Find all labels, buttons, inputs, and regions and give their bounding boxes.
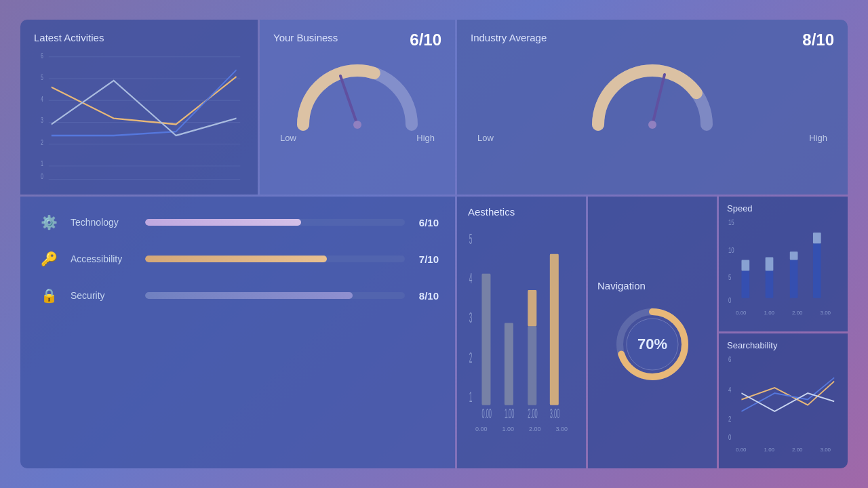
industry-gauge <box>585 50 720 131</box>
high-label: High <box>416 133 435 143</box>
accessibility-bar <box>145 256 327 262</box>
svg-text:1: 1 <box>469 388 473 405</box>
svg-point-1 <box>353 121 361 129</box>
svg-text:2.00: 2.00 <box>528 407 537 421</box>
industry-average-title: Industry Average <box>471 32 834 43</box>
bottom-right-panels: Aesthetics 5 4 3 2 1 0.00 1.00 2.00 3.00 <box>457 197 848 468</box>
security-row: 🔒 Security 8/10 <box>37 283 439 308</box>
svg-text:15: 15 <box>728 218 734 227</box>
svg-text:0.00: 0.00 <box>481 407 491 421</box>
security-bar <box>145 292 353 299</box>
svg-text:3: 3 <box>469 310 473 327</box>
svg-point-3 <box>648 121 656 129</box>
categories-panel: ⚙️ Technology 6/10 🔑 Accessibility 7/10 … <box>20 197 455 468</box>
svg-rect-47 <box>790 260 798 298</box>
searchability-panel: Searchability 6 4 2 0 <box>719 333 848 468</box>
svg-rect-49 <box>813 243 821 298</box>
svg-text:10: 10 <box>728 245 734 254</box>
svg-rect-43 <box>741 271 749 298</box>
navigation-donut: 70% <box>612 304 693 385</box>
speed-title: Speed <box>727 203 840 214</box>
svg-text:0: 0 <box>41 173 43 181</box>
svg-rect-45 <box>766 271 774 298</box>
your-business-labels: Low High <box>273 133 441 143</box>
svg-rect-44 <box>741 260 749 270</box>
svg-text:0: 0 <box>728 432 731 441</box>
speed-x0: 0.00 <box>736 310 747 316</box>
technology-bar <box>145 219 301 226</box>
svg-rect-48 <box>790 251 798 260</box>
security-score: 8/10 <box>412 290 439 302</box>
industry-average-labels: Low High <box>471 133 834 143</box>
navigation-pct: 70% <box>637 336 667 353</box>
accessibility-row: 🔑 Accessibility 7/10 <box>37 247 439 271</box>
svg-rect-32 <box>505 323 513 405</box>
searchability-chart: 6 4 2 0 <box>727 353 840 444</box>
svg-rect-34 <box>528 290 536 326</box>
svg-line-2 <box>652 75 665 125</box>
svg-text:4: 4 <box>728 385 731 394</box>
industry-average-panel: Industry Average 8/10 Low High <box>457 20 848 195</box>
svg-text:3: 3 <box>41 117 43 125</box>
latest-activities-chart: 6 5 4 3 2 1 0 2017-01-01 2017-01-11 2017… <box>34 50 244 182</box>
svg-text:1.00: 1.00 <box>505 407 514 421</box>
svg-text:2: 2 <box>41 138 43 146</box>
latest-activities-title: Latest Activities <box>34 32 244 43</box>
search-x3: 3.00 <box>820 447 831 453</box>
searchability-title: Searchability <box>727 340 840 350</box>
aesthetics-title: Aesthetics <box>468 206 575 218</box>
latest-activities-panel: Latest Activities 6 5 4 3 2 1 0 2017-01-… <box>20 20 258 195</box>
low-label: Low <box>280 133 296 143</box>
speed-x2: 2.00 <box>792 310 803 316</box>
technology-name: Technology <box>71 217 145 228</box>
speed-chart: 15 10 5 0 <box>727 216 840 307</box>
navigation-panel: Navigation 70% <box>588 197 717 468</box>
security-icon: 🔒 <box>37 283 61 308</box>
aesthetics-chart: 5 4 3 2 1 0.00 1.00 2.00 3.00 <box>468 224 575 422</box>
accessibility-icon: 🔑 <box>37 247 61 271</box>
aesthetics-x0: 0.00 <box>475 426 488 432</box>
search-x1: 1.00 <box>764 447 774 453</box>
svg-text:0: 0 <box>728 296 731 304</box>
svg-text:6: 6 <box>41 52 43 60</box>
speed-searchability-column: Speed 15 10 5 0 <box>719 197 848 468</box>
svg-text:5: 5 <box>469 230 473 247</box>
aesthetics-x1: 1.00 <box>502 426 514 432</box>
security-bar-container <box>145 292 405 299</box>
svg-text:5: 5 <box>728 273 731 282</box>
your-business-score: 6/10 <box>410 30 441 49</box>
svg-text:6: 6 <box>728 355 731 364</box>
accessibility-name: Accessibility <box>71 253 145 264</box>
svg-text:3.00: 3.00 <box>550 407 559 421</box>
svg-rect-35 <box>550 254 559 405</box>
search-x2: 2.00 <box>792 447 803 453</box>
industry-low-label: Low <box>477 133 494 143</box>
your-business-panel: Your Business 6/10 Low High <box>260 20 455 195</box>
svg-text:4: 4 <box>469 270 473 287</box>
svg-text:5: 5 <box>41 73 43 81</box>
technology-row: ⚙️ Technology 6/10 <box>37 210 439 235</box>
search-x0: 0.00 <box>736 447 747 453</box>
navigation-title: Navigation <box>597 280 646 291</box>
industry-average-score: 8/10 <box>802 30 834 49</box>
svg-line-0 <box>340 76 357 125</box>
svg-rect-33 <box>528 326 536 405</box>
speed-x3: 3.00 <box>820 310 831 316</box>
svg-text:1: 1 <box>41 159 43 167</box>
technology-icon: ⚙️ <box>37 210 61 235</box>
aesthetics-x2: 2.00 <box>529 426 541 432</box>
speed-panel: Speed 15 10 5 0 <box>719 197 848 331</box>
speed-x1: 1.00 <box>764 310 774 316</box>
svg-text:2: 2 <box>469 349 473 366</box>
accessibility-score: 7/10 <box>412 253 439 265</box>
technology-bar-container <box>145 219 405 226</box>
svg-text:2: 2 <box>728 414 731 423</box>
svg-text:4: 4 <box>41 95 43 103</box>
your-business-gauge <box>290 50 425 131</box>
aesthetics-panel: Aesthetics 5 4 3 2 1 0.00 1.00 2.00 3.00 <box>457 197 586 468</box>
technology-score: 6/10 <box>412 217 439 228</box>
aesthetics-x3: 3.00 <box>555 426 568 432</box>
svg-rect-46 <box>766 257 774 270</box>
security-name: Security <box>71 290 145 301</box>
industry-high-label: High <box>809 133 827 143</box>
